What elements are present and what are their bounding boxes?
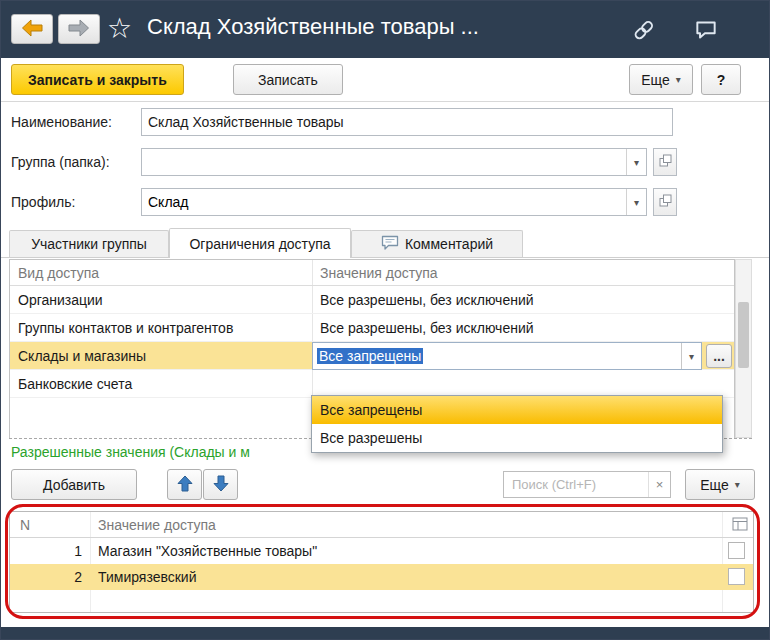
vertical-scrollbar[interactable] xyxy=(735,259,752,438)
selected-text: Все запрещены xyxy=(317,348,423,364)
value-cell: Тимирязевский xyxy=(98,569,197,585)
scrollbar-thumb[interactable] xyxy=(738,302,749,368)
link-icon[interactable] xyxy=(631,17,657,43)
open-form-icon xyxy=(658,153,673,171)
tabs-divider xyxy=(1,257,769,258)
back-arrow-icon xyxy=(21,19,43,40)
name-input[interactable] xyxy=(141,108,673,136)
move-up-button[interactable] xyxy=(167,469,202,500)
editor-dropdown-button[interactable]: ▾ xyxy=(681,343,701,369)
chevron-down-icon: ▾ xyxy=(676,74,681,85)
profile-input[interactable] xyxy=(142,189,626,215)
row-checkbox[interactable] xyxy=(728,542,745,559)
column-header-n[interactable]: N xyxy=(20,517,30,533)
window-bottom-edge xyxy=(1,627,769,639)
table-row-selected[interactable]: Склады и магазины Все запрещены ▾ ... xyxy=(10,342,734,370)
allowed-values-title: Разрешенные значения (Склады и м xyxy=(11,444,250,460)
profile-label: Профиль: xyxy=(11,194,75,210)
tab-label: Ограничения доступа xyxy=(189,236,330,252)
forward-button[interactable] xyxy=(58,14,100,44)
dropdown-option[interactable]: Все разрешены xyxy=(312,424,722,452)
table-row[interactable]: Организации Все разрешены, без исключени… xyxy=(10,286,734,314)
access-kind-cell: Банковские счета xyxy=(18,376,132,392)
search-box[interactable]: × xyxy=(503,471,671,498)
window-title: Склад Хозяйственные товары ... xyxy=(147,14,479,40)
favorite-star-icon[interactable]: ☆ xyxy=(107,13,132,45)
more-actions-label: Еще xyxy=(641,72,670,88)
more-list-actions-button[interactable]: Еще ▾ xyxy=(685,469,755,500)
group-dropdown-button[interactable]: ▾ xyxy=(626,149,646,175)
tab-comment[interactable]: Комментарий xyxy=(351,230,523,257)
title-bar: ☆ Склад Хозяйственные товары ... xyxy=(1,1,769,58)
group-combo[interactable]: ▾ xyxy=(141,148,647,176)
row-number-cell: 1 xyxy=(10,543,82,559)
editor-choose-button[interactable]: ... xyxy=(706,344,732,368)
value-cell: Магазин "Хозяйственные товары" xyxy=(98,543,317,559)
dropdown-option-selected[interactable]: Все запрещены xyxy=(312,396,722,424)
table-row-selected[interactable]: 2 Тимирязевский xyxy=(10,564,753,590)
access-table-header[interactable]: Вид доступа Значения доступа xyxy=(10,260,734,286)
app-window: ☆ Склад Хозяйственные товары ... Записат… xyxy=(0,0,770,640)
comment-bubble-icon xyxy=(381,235,399,254)
tab-access-restrictions[interactable]: Ограничения доступа xyxy=(169,228,351,258)
table-row[interactable]: Группы контактов и контрагентов Все разр… xyxy=(10,314,734,342)
more-actions-button[interactable]: Еще ▾ xyxy=(629,64,693,95)
move-down-button[interactable] xyxy=(203,469,238,500)
chevron-down-icon: ▾ xyxy=(735,479,740,490)
profile-dropdown-button[interactable]: ▾ xyxy=(626,189,646,215)
table-row[interactable]: Банковские счета xyxy=(10,370,734,398)
add-button[interactable]: Добавить xyxy=(11,469,137,500)
row-number-cell: 2 xyxy=(10,569,82,585)
back-button[interactable] xyxy=(11,14,53,44)
column-settings-icon[interactable] xyxy=(732,517,748,533)
save-and-close-button[interactable]: Записать и закрыть xyxy=(11,64,184,95)
help-button[interactable]: ? xyxy=(701,64,741,95)
save-button[interactable]: Записать xyxy=(233,64,343,95)
access-kind-cell: Группы контактов и контрагентов xyxy=(18,320,233,336)
group-open-button[interactable] xyxy=(653,148,677,176)
table-row[interactable]: 1 Магазин "Хозяйственные товары" xyxy=(10,538,753,564)
discussion-icon[interactable] xyxy=(693,17,719,43)
tab-label: Комментарий xyxy=(405,236,493,252)
search-input[interactable] xyxy=(504,477,648,492)
access-kind-cell: Склады и магазины xyxy=(18,348,146,364)
more-list-actions-label: Еще xyxy=(700,477,729,493)
profile-combo[interactable]: ▾ xyxy=(141,188,647,216)
name-label: Наименование: xyxy=(11,114,112,130)
command-bar: Записать и закрыть Записать Еще ▾ ? xyxy=(1,58,769,102)
down-arrow-icon xyxy=(213,475,229,495)
chevron-down-icon: ▾ xyxy=(689,351,694,362)
column-header-value[interactable]: Значение доступа xyxy=(98,517,216,533)
open-form-icon xyxy=(658,193,673,211)
forward-arrow-icon xyxy=(68,19,90,40)
allowed-values-table: N Значение доступа 1 Магазин "Хозяйствен… xyxy=(9,511,754,613)
up-arrow-icon xyxy=(177,475,193,495)
column-header-values[interactable]: Значения доступа xyxy=(320,265,438,281)
access-value-cell: Все разрешены, без исключений xyxy=(320,292,534,308)
tab-label: Участники группы xyxy=(31,236,147,252)
profile-open-button[interactable] xyxy=(653,188,677,216)
group-label: Группа (папка): xyxy=(11,154,110,170)
access-value-editor[interactable]: Все запрещены ▾ xyxy=(312,342,702,370)
clear-search-icon[interactable]: × xyxy=(648,472,670,497)
access-value-cell: Все разрешены, без исключений xyxy=(320,320,534,336)
access-kind-cell: Организации xyxy=(18,292,103,308)
row-checkbox[interactable] xyxy=(728,568,745,585)
tab-group-members[interactable]: Участники группы xyxy=(9,230,169,257)
chevron-down-icon: ▾ xyxy=(634,157,639,168)
value-dropdown-list: Все запрещены Все разрешены xyxy=(311,395,723,453)
values-table-header[interactable]: N Значение доступа xyxy=(10,512,753,538)
group-input[interactable] xyxy=(142,149,626,175)
chevron-down-icon: ▾ xyxy=(634,197,639,208)
editor-text[interactable]: Все запрещены xyxy=(313,343,681,369)
column-header-kind[interactable]: Вид доступа xyxy=(18,265,99,281)
